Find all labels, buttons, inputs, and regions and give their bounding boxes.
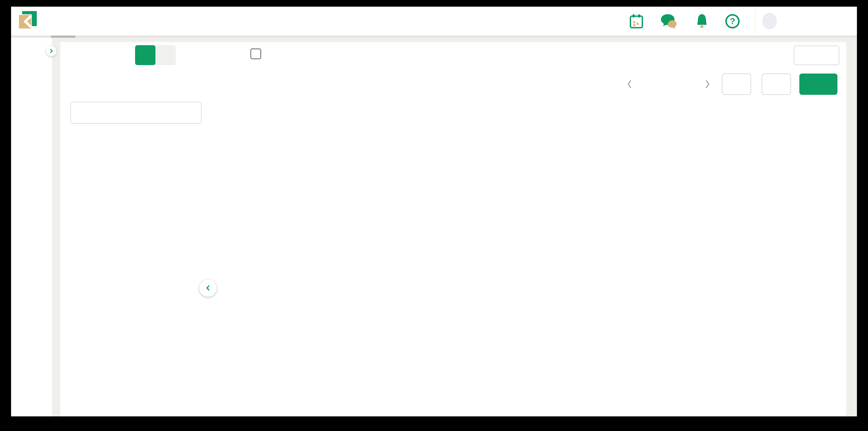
create-button[interactable]: [73, 77, 80, 78]
kanna-logo-icon: [18, 10, 38, 31]
collapse-member-panel-button[interactable]: [199, 279, 217, 297]
calendar-page: [60, 42, 846, 417]
calendar-button[interactable]: [627, 13, 646, 30]
chat-button[interactable]: [659, 13, 678, 30]
settings-button[interactable]: [794, 45, 839, 65]
week-view-button[interactable]: [762, 73, 791, 95]
user-menu[interactable]: [762, 13, 786, 29]
help-icon: ?: [724, 13, 740, 30]
chevron-right-icon: [50, 49, 53, 54]
prev-month-button[interactable]: [624, 80, 634, 90]
horizontal-scrollbar-thumb[interactable]: [51, 36, 75, 38]
calendar-grid: [60, 98, 846, 417]
sidebar-nav: [11, 38, 52, 417]
chevron-left-icon: [206, 285, 210, 292]
topbar-divider: [755, 8, 755, 34]
today-button[interactable]: [722, 73, 751, 95]
horizontal-scrollbar[interactable]: [11, 36, 857, 38]
toggle-members[interactable]: [135, 45, 155, 65]
show-project-checkbox[interactable]: [250, 48, 261, 59]
bell-icon: [696, 14, 708, 29]
user-avatar: [762, 13, 777, 29]
toggle-own[interactable]: [155, 45, 176, 65]
svg-text:?: ?: [730, 17, 735, 26]
notifications-button[interactable]: [693, 13, 711, 30]
screen: { "topbar": { "logo_text": "KANNA", "ico…: [0, 0, 868, 431]
app-window: ?: [11, 7, 857, 417]
next-month-button[interactable]: [703, 80, 713, 90]
show-project: [250, 48, 268, 59]
chat-icon: [660, 13, 678, 30]
topbar: ?: [11, 7, 857, 36]
calendar-icon: [629, 14, 643, 29]
chevron-left-icon: [627, 80, 632, 90]
sidebar-expand-button[interactable]: [46, 46, 57, 56]
kanna-logo[interactable]: [18, 10, 48, 31]
month-view-button[interactable]: [799, 73, 837, 95]
chevron-right-icon: [705, 80, 710, 90]
help-button[interactable]: ?: [723, 13, 742, 30]
month-navigation: [624, 75, 713, 93]
view-toggle: [135, 45, 176, 65]
